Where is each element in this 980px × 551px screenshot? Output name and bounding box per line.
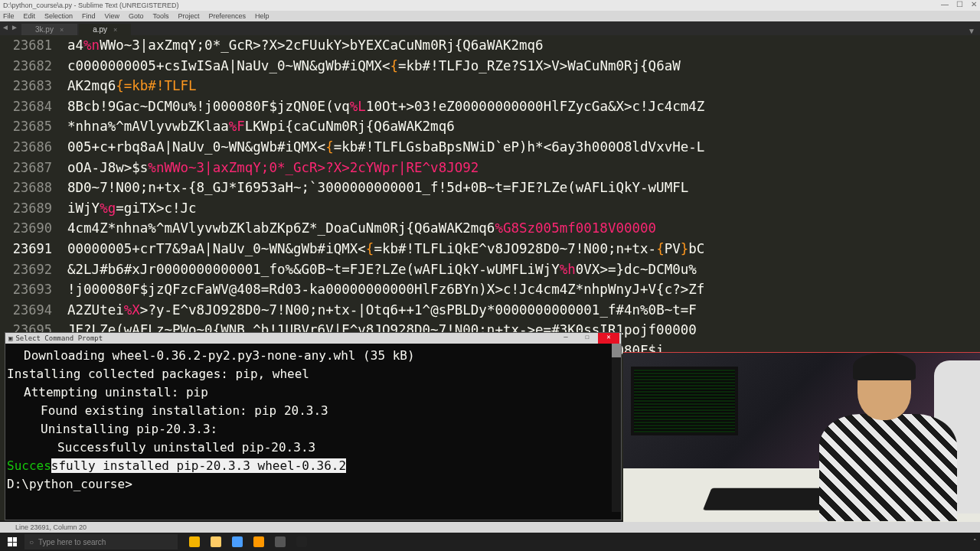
- search-icon: ○: [29, 538, 34, 546]
- tab-3k-py[interactable]: 3k.py×: [21, 24, 77, 35]
- cmd-close-button[interactable]: ✕: [598, 333, 619, 344]
- tab-bar: ◄ ► 3k.py×a.py× ▼: [0, 21, 980, 35]
- line-number: 23693: [0, 279, 52, 300]
- code-line[interactable]: 00000005+crT7&9aA|NaUv_0~WN&gWb#iQMX<{=k…: [67, 239, 980, 259]
- code-line[interactable]: c0000000005+csIwISaA|NaUv_0~WN&gWb#iQMX<…: [67, 56, 980, 77]
- cmd-line: Found existing installation: pip 20.3.3: [7, 402, 619, 420]
- menu-edit[interactable]: Edit: [24, 12, 36, 20]
- code-line[interactable]: 8D0~7!N00;n+tx-{8_GJ*I6953aH~;`300000000…: [67, 178, 980, 198]
- line-number: 23692: [0, 259, 52, 280]
- taskbar-explorer-icon[interactable]: [207, 534, 225, 549]
- start-button[interactable]: [0, 533, 24, 551]
- line-number: 23682: [0, 56, 52, 77]
- tab-label: a.py: [93, 25, 107, 34]
- taskbar-sublime-icon[interactable]: [250, 534, 268, 549]
- line-number: 23690: [0, 218, 52, 239]
- cmd-output[interactable]: Downloading wheel-0.36.2-py2.py3-none-an…: [5, 344, 621, 497]
- status-bar: Line 23691, Column 20: [0, 522, 980, 533]
- cmd-line: Downloading wheel-0.36.2-py2.py3-none-an…: [7, 347, 619, 365]
- webcam-overlay: [623, 352, 980, 522]
- menu-preferences[interactable]: Preferences: [208, 12, 246, 20]
- tab-close-icon[interactable]: ×: [60, 26, 64, 34]
- code-line[interactable]: 005+c+rbq8aA|NaUv_0~WN&gWb#iQMX<{=kb#!TL…: [67, 137, 980, 158]
- menu-find[interactable]: Find: [82, 12, 96, 20]
- taskbar-cmd-icon[interactable]: [292, 534, 311, 549]
- code-line[interactable]: &2LJ#b6#xJr0000000000001_fo%&G0B~t=FJE?L…: [67, 259, 980, 280]
- taskbar-search[interactable]: ○ Type here to search: [24, 534, 178, 549]
- menu-selection[interactable]: Selection: [44, 12, 73, 20]
- taskbar-chrome-icon[interactable]: [185, 534, 204, 549]
- menu-file[interactable]: File: [3, 12, 15, 20]
- tab-close-icon[interactable]: ×: [113, 26, 117, 34]
- close-button[interactable]: ✕: [971, 0, 977, 8]
- command-prompt-window[interactable]: ▣ Select Command Prompt — ☐ ✕ Downloadin…: [5, 332, 622, 520]
- cmd-minimize-button[interactable]: —: [555, 333, 577, 344]
- taskbar-mail-icon[interactable]: [228, 534, 247, 549]
- line-number: 23687: [0, 158, 52, 178]
- tab-overflow-icon[interactable]: ▼: [968, 27, 975, 35]
- line-number: 23681: [0, 35, 52, 56]
- minimize-button[interactable]: —: [941, 0, 949, 8]
- cursor-position: Line 23691, Column 20: [15, 523, 87, 531]
- code-line[interactable]: oOA-J8w>$s%nWWo~3|axZmqY;0*_GcR>?X>2cYWp…: [67, 158, 980, 178]
- line-number: 23686: [0, 137, 52, 158]
- line-number: 23683: [0, 76, 52, 96]
- code-line[interactable]: A2ZUtei%X>?y-E^v8JO928D0~7!N00;n+tx-|Otq…: [67, 300, 980, 321]
- cmd-maximize-button[interactable]: ☐: [577, 333, 598, 344]
- tab-label: 3k.py: [35, 25, 54, 34]
- code-line[interactable]: AK2mq6{=kb#!TLFL: [67, 76, 980, 96]
- line-number: 23691: [0, 239, 52, 259]
- line-number: 23685: [0, 116, 52, 137]
- code-line[interactable]: a4%nWWo~3|axZmqY;0*_GcR>?X>2cFUukY>bYEXC…: [67, 35, 980, 56]
- cmd-prompt[interactable]: D:\python_course>: [7, 475, 619, 494]
- line-number-gutter: 2368123682236832368423685236862368723688…: [0, 35, 58, 361]
- monitor: [631, 367, 738, 435]
- tab-prev-icon[interactable]: ◄: [2, 23, 9, 31]
- line-number: 23694: [0, 300, 52, 321]
- windows-logo-icon: [8, 537, 17, 546]
- menu-project[interactable]: Project: [178, 12, 199, 20]
- line-number: 23688: [0, 178, 52, 198]
- cmd-icon: ▣: [8, 334, 12, 342]
- cmd-scrollbar[interactable]: [612, 344, 621, 512]
- search-placeholder: Type here to search: [38, 538, 106, 546]
- tab-a-py[interactable]: a.py×: [79, 24, 131, 35]
- code-line[interactable]: !j000080F$jzQFzcFaWV@408=Rd03-ka00000000…: [67, 279, 980, 300]
- person: [804, 353, 972, 522]
- taskbar: ○ Type here to search ˄: [0, 533, 980, 551]
- code-line[interactable]: iWjY%g=giTX>c!Jc: [67, 198, 980, 219]
- menu-bar: FileEditSelectionFindViewGotoToolsProjec…: [0, 11, 980, 21]
- cmd-line: Successfully uninstalled pip-20.3.3: [7, 439, 619, 457]
- line-number: 23689: [0, 198, 52, 219]
- tray-chevron-icon[interactable]: ˄: [973, 538, 977, 546]
- menu-tools[interactable]: Tools: [152, 12, 168, 20]
- code-line[interactable]: *nhna%^mAVlyvwbZKlaa%FLKWpi{caCuNm0Rj{Q6…: [67, 116, 980, 137]
- menu-view[interactable]: View: [105, 12, 119, 20]
- line-number: 23684: [0, 96, 52, 117]
- tab-next-icon[interactable]: ►: [11, 23, 18, 31]
- window-titlebar: D:\python_course\a.py - Sublime Text (UN…: [0, 0, 980, 11]
- cmd-titlebar[interactable]: ▣ Select Command Prompt — ☐ ✕: [5, 333, 621, 344]
- cmd-line: Attempting uninstall: pip: [7, 383, 619, 402]
- menu-goto[interactable]: Goto: [129, 12, 144, 20]
- code-line[interactable]: 4cm4Z*nhna%^mAVlyvwbZKlabZKp6Z*_DoaCuNm0…: [67, 218, 980, 239]
- system-tray[interactable]: ˄: [973, 538, 977, 546]
- cmd-scroll-thumb[interactable]: [612, 344, 621, 357]
- taskbar-obs-icon[interactable]: [271, 534, 289, 549]
- code-line[interactable]: 8Bcb!9Gac~DCM0u%!j000080F$jzQN0E(vq%L10O…: [67, 96, 980, 117]
- cmd-title-text: Select Command Prompt: [15, 334, 103, 342]
- cmd-line: Installing collected packages: pip, whee…: [7, 365, 619, 383]
- maximize-button[interactable]: ☐: [956, 0, 963, 8]
- cmd-line: Uninstalling pip-20.3.3:: [7, 420, 619, 439]
- window-title: D:\python_course\a.py - Sublime Text (UN…: [3, 2, 178, 9]
- cmd-success-line: Successfully installed pip-20.3.3 wheel-…: [7, 457, 619, 475]
- code-content[interactable]: a4%nWWo~3|axZmqY;0*_GcR>?X>2cFUukY>bYEXC…: [67, 35, 980, 361]
- menu-help[interactable]: Help: [255, 12, 270, 20]
